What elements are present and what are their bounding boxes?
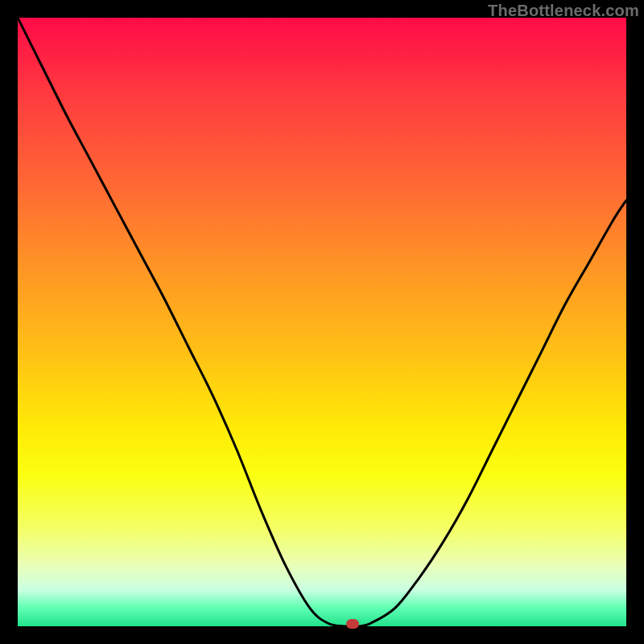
watermark-text: TheBottleneck.com (488, 2, 639, 20)
optimal-point-marker (346, 619, 359, 629)
chart-frame: TheBottleneck.com (0, 0, 644, 644)
chart-plot-area (18, 18, 626, 626)
